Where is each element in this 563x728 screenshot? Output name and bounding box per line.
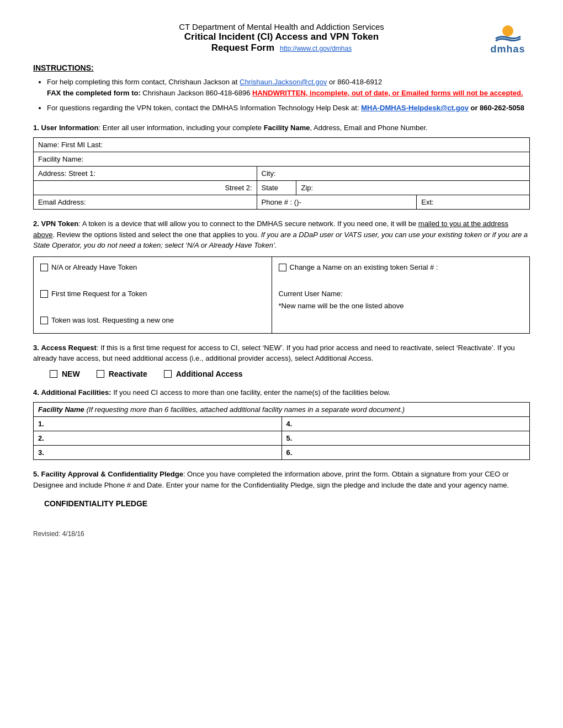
section-2-desc: 2. VPN Token: A token is a device that w… xyxy=(33,218,530,251)
facility-row: Facility Name: xyxy=(34,152,530,167)
token-opt5-row: Current User Name: xyxy=(279,288,523,300)
token-row-1: N/A or Already Have Token First time Req… xyxy=(34,256,530,333)
section-2-desc-text: : A token is a device that will allow yo… xyxy=(78,220,418,228)
token-opt5-label: Current User Name: xyxy=(279,290,343,298)
section-1-desc-text: : Enter all user information, including … xyxy=(98,124,263,132)
section-3-desc-text: : If this is a first time request for ac… xyxy=(33,344,515,363)
instructions-title: INSTRUCTIONS: xyxy=(33,63,530,72)
section-1-title: User Information xyxy=(41,124,98,132)
facility-header-italic: (If requesting more than 6 facilities, a… xyxy=(84,405,405,414)
access-reactivate-checkbox[interactable] xyxy=(97,370,104,378)
address1-label: Address: Street 1: xyxy=(34,167,257,181)
zip-label: Zip: xyxy=(296,181,530,195)
facility-row-1: 1. 4. xyxy=(34,417,530,431)
section-1-desc: 1. User Information: Enter all user info… xyxy=(33,122,530,133)
token-opt4-row: Change a Name on an existing token Seria… xyxy=(279,261,523,274)
svg-point-0 xyxy=(502,25,513,36)
header-line2: Critical Incident (CI) Access and VPN To… xyxy=(179,31,384,42)
section-3-desc: 3. Access Request: If this is a first ti… xyxy=(33,342,530,364)
section-5-num: 5. xyxy=(33,470,39,478)
section-1: 1. User Information: Enter all user info… xyxy=(33,122,530,210)
logo-graphic xyxy=(493,24,523,44)
facility-row-2: 2. 5. xyxy=(34,431,530,446)
token-opt6-row: *New name will be the one listed above xyxy=(279,300,523,312)
token-opt1-checkbox[interactable] xyxy=(40,264,48,271)
token-right: Change a Name on an existing token Seria… xyxy=(272,256,529,333)
city-label: City: xyxy=(257,167,529,181)
facility-1-right: 4. xyxy=(282,417,530,431)
facility-header-bold: Facility Name xyxy=(38,405,84,414)
access-reactivate-label: Reactivate xyxy=(109,370,147,378)
section-5-desc: 5. Facility Approval & Confidentiality P… xyxy=(33,469,530,490)
dmhas-logo: dmhas xyxy=(486,22,530,55)
facility-3-right: 6. xyxy=(282,446,530,460)
state-label: State xyxy=(257,181,296,195)
facility-header-cell: Facility Name (If requesting more than 6… xyxy=(34,403,530,417)
section-2-desc2: . Review the options listed and select t… xyxy=(52,231,261,239)
instruction-item-1: For help completing this form contact, C… xyxy=(47,77,530,98)
name-label: Name: First MI Last: xyxy=(34,138,530,152)
section-3-title: Access Request xyxy=(41,344,96,352)
facility-row-3: 3. 6. xyxy=(34,446,530,460)
instruction-1-mid: or 860-418-6912 xyxy=(327,78,382,86)
instruction-2-suffix: or 860-262-5058 xyxy=(469,104,524,112)
token-opt3-label: Token was lost. Requesting a new one xyxy=(51,314,174,326)
token-opt2-checkbox[interactable] xyxy=(40,290,48,298)
section-2-title: VPN Token xyxy=(41,220,78,228)
token-opt6-label: *New name will be the one listed above xyxy=(279,302,404,310)
ext-label: Ext: xyxy=(417,195,530,210)
instruction-1-email[interactable]: Chrishaun.Jackson@ct.gov xyxy=(240,78,327,86)
facility-3-left: 3. xyxy=(34,446,282,460)
token-opt3-checkbox[interactable] xyxy=(40,317,48,324)
header-url[interactable]: http://www.ct.gov/dmhas xyxy=(280,45,352,52)
facility-2-left: 2. xyxy=(34,431,282,446)
token-opt4-label: Change a Name on an existing token Seria… xyxy=(290,261,438,274)
access-additional-checkbox[interactable] xyxy=(164,370,172,378)
token-table: N/A or Already Have Token First time Req… xyxy=(33,256,530,334)
phone-label: Phone # : ()- xyxy=(257,195,417,210)
section-5-title: Facility Approval & Confidentiality Pled… xyxy=(41,470,183,478)
section-1-desc2: , Address, Email and Phone Number. xyxy=(310,124,427,132)
instruction-2-prefix: For questions regarding the VPN token, c… xyxy=(47,104,361,112)
instruction-1-red: HANDWRITTEN, incomplete, out of date, or… xyxy=(252,89,523,97)
street2-label: Street 2: xyxy=(34,181,257,195)
address1-row: Address: Street 1: City: xyxy=(34,167,530,181)
header-line3: Request Form xyxy=(211,42,274,53)
section-5: 5. Facility Approval & Confidentiality P… xyxy=(33,469,530,490)
access-reactivate-item: Reactivate xyxy=(97,370,147,378)
section-4-desc-text: If you need CI access to more than one f… xyxy=(111,388,391,397)
access-new-checkbox[interactable] xyxy=(50,370,57,378)
access-additional-label: Additional Access xyxy=(176,370,243,378)
instruction-item-2: For questions regarding the VPN token, c… xyxy=(47,103,530,114)
email-label: Email Address: xyxy=(34,195,257,210)
page-header: CT Department of Mental Health and Addic… xyxy=(33,22,530,53)
facility-1-left: 1. xyxy=(34,417,282,431)
facility-table: Facility Name (If requesting more than 6… xyxy=(33,402,530,460)
user-info-table: Name: First MI Last: Facility Name: Addr… xyxy=(33,137,530,210)
token-opt1-label: N/A or Already Have Token xyxy=(51,261,137,274)
instructions-section: INSTRUCTIONS: For help completing this f… xyxy=(33,63,530,114)
header-line1: CT Department of Mental Health and Addic… xyxy=(179,22,384,31)
token-opt4-checkbox[interactable] xyxy=(279,264,286,271)
section-4-desc: 4. Additional Facilities: If you need CI… xyxy=(33,387,530,398)
header-text-block: CT Department of Mental Health and Addic… xyxy=(179,22,384,53)
section-1-bold: Facility Name xyxy=(264,124,310,132)
section-4: 4. Additional Facilities: If you need CI… xyxy=(33,387,530,461)
section-2-num: 2. xyxy=(33,220,39,228)
token-opt2-label: First time Request for a Token xyxy=(51,288,147,300)
confidentiality-title: CONFIDENTIALITY PLEDGE xyxy=(44,499,530,508)
section-4-num: 4. xyxy=(33,388,39,397)
access-new-item: NEW xyxy=(50,370,80,378)
name-row: Name: First MI Last: xyxy=(34,138,530,152)
facility-2-right: 5. xyxy=(282,431,530,446)
section-3-num: 3. xyxy=(33,344,39,352)
logo-text-dmhas: dmhas xyxy=(490,44,525,55)
access-additional-item: Additional Access xyxy=(164,370,243,378)
instruction-1-fax: FAX the completed form to: xyxy=(47,89,141,97)
email-row: Email Address: Phone # : ()- Ext: xyxy=(34,195,530,210)
instruction-2-link[interactable]: MHA-DMHAS-Helpdesk@ct.gov xyxy=(361,104,469,112)
token-opt1-row: N/A or Already Have Token xyxy=(40,261,265,274)
section-1-num: 1. xyxy=(33,124,39,132)
instruction-1-fax-detail: Chrishaun Jackson 860-418-6896 xyxy=(141,89,252,97)
section-4-title: Additional Facilities: xyxy=(41,388,111,397)
